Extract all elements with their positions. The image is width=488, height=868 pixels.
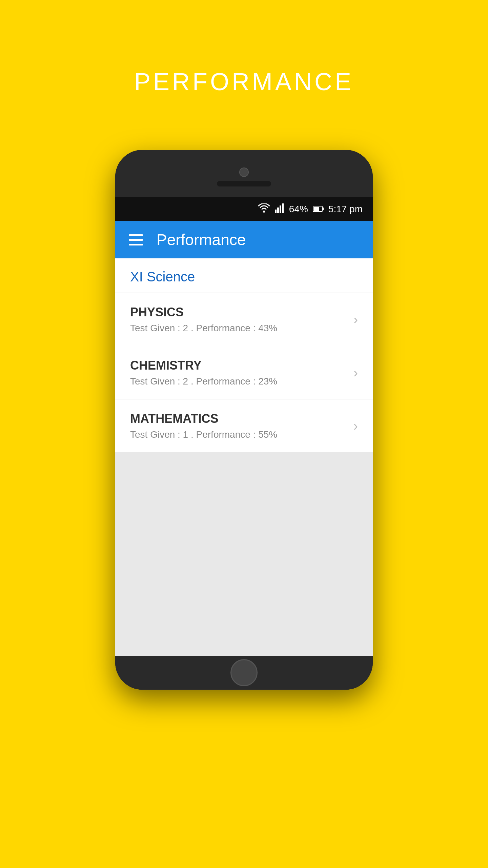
- svg-rect-2: [277, 208, 279, 213]
- subject-name-physics: PHYSICS: [130, 305, 353, 319]
- subject-name-mathematics: MATHEMATICS: [130, 412, 353, 426]
- app-header-title: Performance: [157, 231, 246, 249]
- hamburger-line-2: [129, 239, 143, 241]
- card-section-header: XI Science: [115, 258, 373, 293]
- battery-icon: [313, 204, 324, 215]
- chevron-right-physics: ›: [353, 312, 358, 327]
- speaker-grille: [217, 181, 271, 186]
- phone-bottom-bar: [115, 656, 373, 690]
- subject-item-mathematics[interactable]: MATHEMATICS Test Given : 1 . Performance…: [115, 399, 373, 452]
- app-header: Performance: [115, 221, 373, 258]
- section-title: XI Science: [130, 269, 195, 284]
- subject-info-physics: PHYSICS Test Given : 2 . Performance : 4…: [130, 305, 353, 334]
- svg-rect-3: [280, 205, 281, 213]
- empty-content-area: [115, 452, 373, 656]
- subject-item-chemistry[interactable]: CHEMISTRY Test Given : 2 . Performance :…: [115, 346, 373, 399]
- subjects-card: XI Science PHYSICS Test Given : 2 . Perf…: [115, 258, 373, 452]
- page-title: PERFORMANCE: [134, 68, 354, 96]
- subject-stats-chemistry: Test Given : 2 . Performance : 23%: [130, 376, 353, 387]
- subject-name-chemistry: CHEMISTRY: [130, 358, 353, 373]
- phone-mockup: 64% 5:17 pm Performance XI Science: [115, 150, 373, 690]
- hamburger-line-1: [129, 234, 143, 236]
- wifi-icon: [258, 203, 270, 215]
- svg-rect-6: [322, 208, 324, 210]
- svg-point-0: [263, 211, 265, 213]
- status-bar: 64% 5:17 pm: [115, 197, 373, 221]
- subject-stats-physics: Test Given : 2 . Performance : 43%: [130, 323, 353, 334]
- battery-text: 64%: [289, 204, 308, 215]
- hamburger-menu-button[interactable]: [129, 234, 143, 245]
- svg-rect-7: [313, 207, 319, 211]
- subject-stats-mathematics: Test Given : 1 . Performance : 55%: [130, 429, 353, 440]
- camera-lens: [239, 167, 249, 177]
- content-area: XI Science PHYSICS Test Given : 2 . Perf…: [115, 258, 373, 656]
- time-text: 5:17 pm: [328, 204, 363, 215]
- home-button[interactable]: [230, 659, 258, 686]
- svg-rect-1: [275, 210, 277, 213]
- phone-top-bar: [115, 150, 373, 197]
- subject-item-physics[interactable]: PHYSICS Test Given : 2 . Performance : 4…: [115, 293, 373, 346]
- subject-info-chemistry: CHEMISTRY Test Given : 2 . Performance :…: [130, 358, 353, 387]
- chevron-right-chemistry: ›: [353, 365, 358, 380]
- signal-icon: [275, 203, 284, 215]
- subject-info-mathematics: MATHEMATICS Test Given : 1 . Performance…: [130, 412, 353, 440]
- hamburger-line-3: [129, 244, 143, 245]
- svg-rect-4: [282, 203, 284, 213]
- chevron-right-mathematics: ›: [353, 418, 358, 434]
